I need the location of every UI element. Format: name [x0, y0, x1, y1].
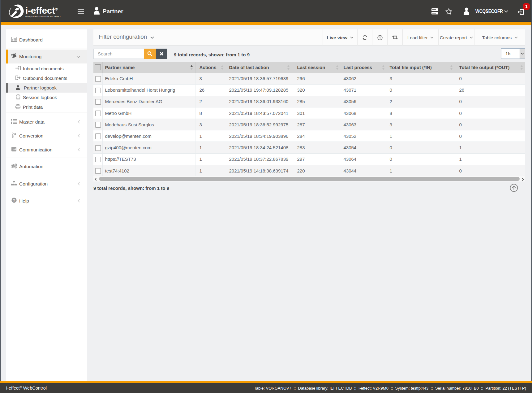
svg-text:?: ?: [13, 198, 15, 203]
